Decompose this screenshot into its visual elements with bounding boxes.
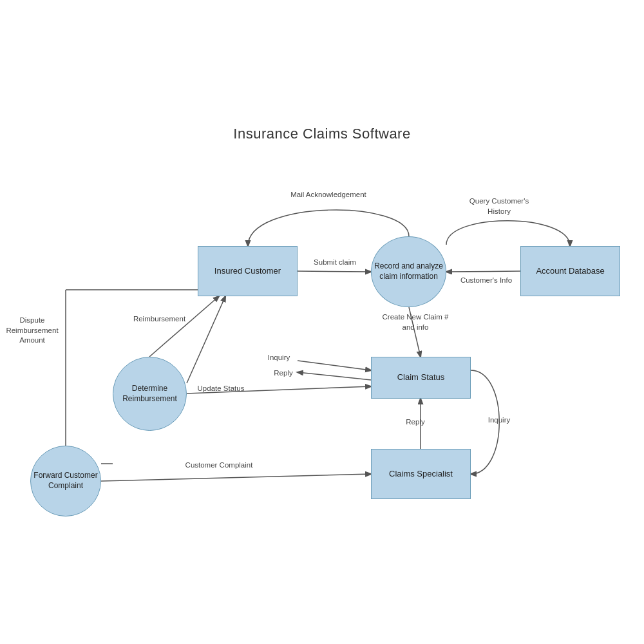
reply2-label: Reply [396,417,435,428]
diagram-title: Insurance Claims Software [0,126,644,142]
create-new-claim-label: Create New Claim # and info [380,312,451,332]
determine-reimbursement-node: Determine Reimburse­ment [113,357,187,431]
svg-line-11 [101,474,371,481]
dispute-label: Dispute Reimbursement Amount [0,316,64,346]
svg-line-3 [187,296,225,383]
insured-customer-node: Insured Customer [198,246,298,296]
reimbursement-label: Reimbursement [126,314,193,325]
claims-specialist-label: Claims Specialist [389,469,453,480]
svg-line-0 [298,271,371,272]
record-analyze-node: Record and analyze claim information [371,236,446,307]
claims-specialist-node: Claims Specialist [371,449,471,499]
diagram-container: Insurance Claims Software [0,0,644,644]
claim-status-node: Claim Status [371,357,471,399]
inquiry1-label: Inquiry [253,353,305,363]
query-history-label: Query Customer's History [457,196,541,216]
account-database-node: Account Database [520,246,620,296]
svg-line-1 [446,271,520,272]
insured-customer-label: Insured Customer [214,266,281,277]
determine-reimbursement-label: Determine Reimburse­ment [113,384,186,404]
update-status-label: Update Status [192,384,250,394]
reply1-label: Reply [258,368,309,379]
account-database-label: Account Database [536,266,604,277]
submit-claim-label: Submit claim [309,258,361,268]
inquiry2-label: Inquiry [480,415,518,426]
claim-status-label: Claim Status [397,372,445,383]
arrows-svg [0,0,644,644]
customers-info-label: Customer's Info [457,276,515,286]
forward-complaint-node: Forward Customer Complaint [30,446,101,516]
forward-complaint-label: Forward Customer Complaint [31,471,100,491]
customer-complaint-label: Customer Complaint [180,460,258,471]
record-analyze-label: Record and analyze claim information [372,261,446,281]
svg-line-13 [149,296,219,357]
mail-ack-label: Mail Acknowledgement [290,190,367,200]
